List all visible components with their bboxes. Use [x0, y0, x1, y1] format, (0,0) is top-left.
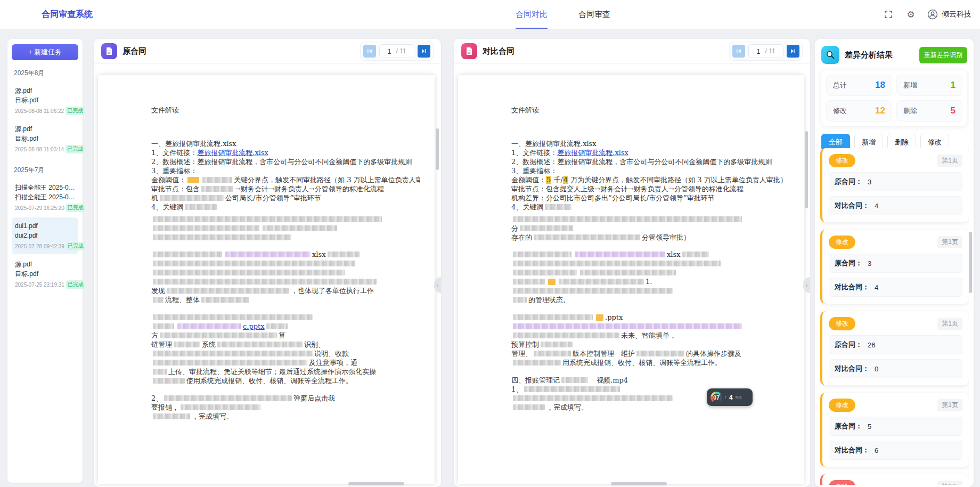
- compare-prev-page-button[interactable]: [732, 45, 745, 58]
- diff-card[interactable]: 修改第1页原合同：3对比合同：4: [820, 148, 969, 222]
- original-next-page-button[interactable]: [418, 45, 430, 58]
- compare-collapse-handle[interactable]: ‹: [803, 277, 810, 293]
- diff-row-value: 5: [868, 423, 871, 431]
- compare-next-page-button[interactable]: [787, 45, 799, 58]
- diff-page-badge: 第1页: [937, 236, 962, 248]
- redacted-text: [513, 297, 527, 303]
- diff-row: 对比合同：6: [829, 441, 962, 460]
- diff-highlight-text: 4: [563, 176, 568, 184]
- original-page-input[interactable]: 1 / 11: [379, 44, 414, 58]
- original-document-page: 文件解读一、差旅报销审批流程.xlsx1、文件链接：差旅报销审批流程.xlsx2…: [98, 75, 435, 484]
- doc-line: 2、数据概述：差旅报销审批流程，含市公司与分公司不同金额阈值下的多级审批规则: [151, 157, 420, 166]
- diff-row-value: 3: [868, 178, 871, 186]
- doc-line: [511, 321, 789, 330]
- doc-text: ，完成填写。: [192, 412, 233, 420]
- fullscreen-icon[interactable]: [883, 9, 894, 20]
- doc-line: 一、差旅报销审批流程.xlsx: [511, 139, 789, 148]
- net-speed-value: 4: [729, 394, 733, 401]
- original-contract-panel: 原合同 1 / 11 文件解读一、差旅报销审批流程.xlsx1、文件链接：差旅报…: [94, 39, 441, 487]
- task-item[interactable]: 源.pdf目标.pdf2025-08-08 11:03:14已完成: [12, 120, 78, 157]
- task-timestamp: 2025-08-08 11:06:22: [15, 108, 64, 114]
- compare-total-pages: / 11: [765, 47, 775, 55]
- task-meta: 2025-07-29 16:25:20已完成: [15, 204, 75, 212]
- net-speed-widget[interactable]: 07 ↑ 4 K/s: [707, 388, 753, 406]
- diff-list-scrollbar[interactable]: [969, 232, 972, 293]
- task-item[interactable]: 源.pdf目标.pdf2025-07-25 23:19:31已完成: [12, 256, 78, 293]
- diff-card-header: 删除第2页: [829, 480, 962, 485]
- doc-text: 流程、整体: [165, 296, 200, 304]
- doc-link[interactable]: 差旅报销审批流程.xlsx: [557, 149, 628, 157]
- user-menu[interactable]: 倾云科技: [927, 9, 971, 20]
- redacted-text: [636, 351, 684, 356]
- doc-text: 一、差旅报销审批流程.xlsx: [151, 140, 236, 148]
- redacted-text: [513, 395, 673, 401]
- diff-card[interactable]: 修改第1页原合同：26对比合同：0: [820, 311, 969, 385]
- net-speed-unit: K/s: [736, 395, 742, 400]
- topbar-actions: ⚙ 倾云科技: [883, 0, 971, 29]
- task-item[interactable]: 源.pdf目标.pdf2025-08-08 11:06:22已完成: [12, 82, 78, 119]
- tab-contract-review[interactable]: 合同审查: [578, 0, 610, 29]
- diff-card[interactable]: 修改第1页原合同：5对比合同：6: [820, 393, 969, 467]
- compare-horizontal-scrollbar[interactable]: [611, 482, 667, 485]
- doc-line: [511, 214, 789, 223]
- redacted-text: [153, 261, 355, 266]
- redacted-text: [160, 195, 224, 201]
- stat-value: 12: [875, 105, 885, 116]
- rerun-diff-button[interactable]: 重新差异识别: [919, 47, 967, 63]
- redacted-text: [513, 216, 742, 222]
- doc-text: 金额阈值：: [151, 176, 186, 184]
- redacted-highlight: [513, 323, 742, 329]
- doc-text: 4、关键洞: [151, 203, 183, 211]
- diff-row: 原合同：26: [829, 335, 962, 354]
- redacted-text: [153, 270, 345, 275]
- redacted-text: [541, 342, 573, 347]
- redacted-text: [153, 323, 174, 329]
- redacted-text: [160, 332, 277, 338]
- original-prev-page-button[interactable]: [363, 45, 376, 58]
- task-target-file: 扫描全能王 2025-07-11 1...: [15, 192, 75, 202]
- stat-value: 1: [951, 80, 956, 91]
- original-collapse-handle[interactable]: ‹: [434, 277, 441, 293]
- settings-gear-icon[interactable]: ⚙: [905, 9, 917, 20]
- stat-label: 总计: [833, 80, 847, 90]
- doc-line: 要报销，: [151, 402, 420, 411]
- redacted-text: [534, 234, 640, 240]
- doc-text: 说明、收款: [314, 350, 349, 358]
- doc-link[interactable]: c.pptx: [243, 322, 265, 330]
- original-horizontal-scrollbar[interactable]: [348, 482, 404, 485]
- diff-list: 修改第1页原合同：3对比合同：4修改第1页原合同：3对比合同：4修改第1页原合同…: [820, 148, 969, 485]
- diff-card[interactable]: 删除第2页原合同：公司与对比合同：无内容: [820, 474, 969, 485]
- task-target-file: 目标.pdf: [15, 134, 75, 143]
- doc-line: [151, 277, 420, 286]
- compare-document-icon: [461, 43, 477, 59]
- redacted-text: [153, 234, 291, 240]
- doc-text: 机构差异：分公司比市公司多出“分公司局长/市分管领导”审批环节: [511, 194, 715, 202]
- doc-link[interactable]: 差旅报销审批流程.xlsx: [197, 149, 268, 157]
- doc-text: 机: [151, 194, 158, 202]
- doc-text: 版本控制管理 维护: [573, 350, 635, 358]
- doc-text: 的具体操作步骤及: [686, 350, 741, 358]
- doc-text: 使用系统完成报销、收付、核销、调账等全流程工作。: [186, 377, 353, 385]
- highlight-mark: [596, 314, 603, 321]
- analysis-header: 差异分析结果 重新差异识别: [815, 39, 974, 70]
- doc-text: 文件解读: [511, 106, 539, 114]
- new-task-button[interactable]: + 新建任务: [12, 44, 78, 60]
- stat-label: 删除: [903, 106, 917, 116]
- doc-text: 方: [151, 331, 158, 339]
- redacted-text: [513, 288, 673, 294]
- task-item[interactable]: 扫描全能王 2025-07-11 1...扫描全能王 2025-07-11 1.…: [12, 179, 78, 216]
- task-item[interactable]: dui1.pdfdui2.pdf2025-07-28 09:42:39已完成: [12, 217, 78, 254]
- original-vertical-scrollbar[interactable]: [436, 128, 439, 170]
- compare-vertical-scrollbar[interactable]: [805, 131, 808, 208]
- doc-line: 4、关键洞: [151, 202, 420, 211]
- stat-value: 18: [875, 80, 885, 91]
- diff-card[interactable]: 修改第1页原合同：3对比合同：4: [820, 230, 969, 304]
- redacted-text: [513, 261, 721, 266]
- tab-contract-compare[interactable]: 合同对比: [516, 0, 548, 29]
- doc-text: 3、重要指标：: [511, 167, 557, 175]
- diff-row-value: 4: [875, 283, 878, 291]
- compare-page-input[interactable]: 1 / 11: [748, 44, 783, 58]
- redacted-text: [153, 369, 167, 375]
- doc-line: xlsx: [511, 249, 789, 258]
- doc-line: 金额阈值：关键分界点，触发不同审批路径（如 3 万以上需单位负责人审批）: [151, 175, 420, 184]
